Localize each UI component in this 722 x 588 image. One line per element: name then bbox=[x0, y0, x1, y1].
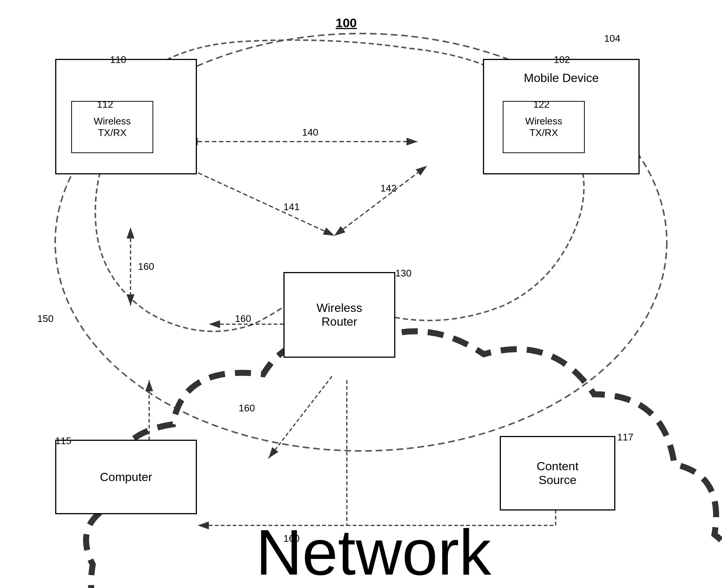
arrow-142 bbox=[343, 166, 427, 229]
ref-160b: 160 bbox=[235, 313, 251, 325]
wireless-router-box: Wireless Router bbox=[283, 272, 395, 358]
mobile-device-label: Mobile Device bbox=[484, 71, 638, 85]
arrow-141 bbox=[183, 166, 324, 231]
ref-104: 104 bbox=[604, 33, 620, 44]
content-source-label: Content Source bbox=[537, 459, 578, 487]
ref-115: 115 bbox=[55, 435, 71, 447]
ref-160a: 160 bbox=[138, 261, 154, 272]
ref-160c: 160 bbox=[239, 402, 255, 414]
ref-160d: 160 bbox=[283, 533, 299, 544]
mobile-device-box: Mobile Device Wireless TX/RX bbox=[483, 59, 640, 174]
wireless-router-label: Wireless Router bbox=[317, 301, 362, 329]
wireless-txrx-left-label: Wireless TX/RX bbox=[94, 116, 131, 139]
title-100: 100 bbox=[336, 16, 357, 30]
computer-bottom-label: Computer bbox=[100, 470, 153, 484]
ref-110: 110 bbox=[110, 54, 126, 66]
diagram: 100 104 Computer Wireless TX/RX 110 112 … bbox=[0, 0, 722, 588]
ref-122: 122 bbox=[533, 99, 549, 110]
ref-142: 142 bbox=[380, 183, 396, 194]
computer-bottom-box: Computer bbox=[55, 440, 197, 514]
ref-150: 150 bbox=[37, 313, 53, 325]
network-cloud: Network bbox=[63, 291, 197, 395]
ref-102: 102 bbox=[554, 54, 570, 66]
ref-130: 130 bbox=[395, 268, 411, 279]
svg-text:Network: Network bbox=[256, 516, 492, 588]
wireless-txrx-right-label: Wireless TX/RX bbox=[525, 116, 562, 139]
ref-141: 141 bbox=[283, 201, 299, 213]
ref-140: 140 bbox=[302, 127, 318, 138]
ref-112: 112 bbox=[97, 99, 113, 110]
content-source-box: Content Source bbox=[500, 436, 615, 510]
ref-117: 117 bbox=[617, 431, 633, 443]
computer-top-box: Computer Wireless TX/RX bbox=[55, 59, 197, 174]
